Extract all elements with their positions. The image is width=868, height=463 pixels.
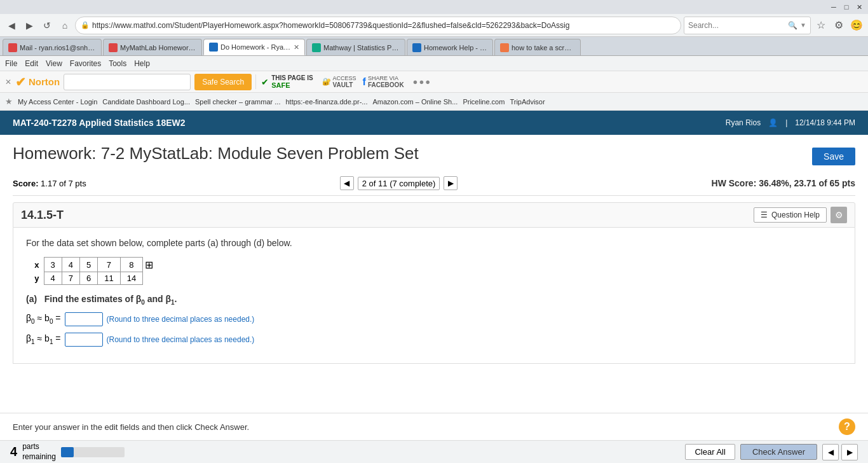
access-vault-btn[interactable]: 🔐 ACCESS VAULT [322, 75, 356, 88]
tab-label-hwhelp: Homework Help - Q&A from ... [424, 44, 487, 52]
menu-tools[interactable]: Tools [109, 59, 126, 68]
tab-dohomework[interactable]: Do Homework - Ryan Rios ... ✕ [203, 39, 305, 55]
question-help-btn[interactable]: ☰ Question Help [754, 207, 827, 223]
beta0-input[interactable] [65, 312, 103, 326]
tab-label-mail: Mail - ryan.rios1@snhu.edu [20, 44, 96, 52]
page-header: MAT-240-T2278 Applied Statistics 18EW2 R… [0, 111, 868, 135]
address-input[interactable] [92, 21, 675, 30]
beta1-row: β1 ≈ b1 = (Round to three decimal places… [26, 333, 842, 347]
x-val-2: 5 [79, 258, 97, 272]
bookmark-spell-checker[interactable]: Spell checker – grammar ... [195, 98, 281, 106]
y-val-4: 14 [120, 272, 142, 285]
tab-hwhelp[interactable]: Homework Help - Q&A from ... [407, 39, 493, 55]
tab-mathway[interactable]: Mathway | Statistics Problem S... [306, 39, 405, 55]
facebook-icon: f [363, 76, 366, 88]
score-nav: ◀ 2 of 11 (7 complete) ▶ [340, 176, 458, 190]
norton-search-input[interactable] [64, 74, 191, 90]
beta1-label: β1 ≈ b1 = [26, 333, 61, 345]
norton-checkmark-icon: ✔ [15, 74, 26, 90]
menu-favorites[interactable]: Favorites [70, 59, 101, 68]
maximize-btn[interactable]: □ [841, 2, 851, 12]
data-table: x 3 4 5 7 8 ⊞ y 4 7 6 11 14 [26, 257, 161, 285]
share-facebook-btn[interactable]: f SHARE VIA FACEBOOK [363, 75, 404, 88]
tab-label-mathway: Mathway | Statistics Problem S... [323, 44, 400, 52]
question-text: For the data set shown below, complete p… [26, 238, 842, 248]
home-btn[interactable]: ⌂ [57, 18, 72, 33]
hw-title: Homework: 7-2 MyStatLab: Module Seven Pr… [13, 144, 419, 163]
title-bar: ─ □ ✕ [0, 0, 868, 14]
access-label: ACCESS [333, 75, 356, 81]
score-row: Score: 1.17 of 7 pts ◀ 2 of 11 (7 comple… [13, 176, 855, 196]
x-val-4: 8 [120, 258, 142, 272]
hw-score-label: HW Score: [712, 178, 757, 188]
question-header: 14.1.5-T ☰ Question Help ⚙ [13, 202, 855, 228]
refresh-btn[interactable]: ↺ [39, 18, 55, 33]
header-right: Ryan Rios 👤 | 12/14/18 9:44 PM [726, 118, 855, 127]
bookmark-candidate-dashboard[interactable]: Candidate Dashboard Log... [102, 98, 190, 106]
beta0-row: β0 ≈ b0 = (Round to three decimal places… [26, 312, 842, 326]
tab-close-icon[interactable]: ✕ [294, 43, 299, 52]
bookmark-finanza[interactable]: https:-ee-finanza.dde.pr-... [285, 98, 367, 106]
question-help-label: Question Help [771, 211, 820, 219]
x-val-1: 4 [62, 258, 79, 272]
score-label: Score: [13, 179, 38, 188]
header-datetime: 12/14/18 9:44 PM [795, 118, 855, 127]
tab-screenshot[interactable]: how to take a screenshot on c... [494, 39, 581, 55]
beta0-hint: (Round to three decimal places as needed… [107, 315, 255, 324]
menu-view[interactable]: View [46, 59, 62, 68]
menu-edit[interactable]: Edit [25, 59, 38, 68]
next-question-btn[interactable]: ▶ [444, 176, 458, 190]
x-val-3: 7 [98, 258, 120, 272]
question-body: For the data set shown below, complete p… [13, 228, 855, 364]
chevron-down-icon[interactable]: ▼ [800, 22, 806, 29]
part-a-label: (a) Find the estimates of β0 and β1. [26, 294, 842, 306]
gear-settings-btn[interactable]: ⚙ [831, 207, 847, 223]
star-icon[interactable]: ☆ [813, 18, 829, 33]
facebook-label: FACEBOOK [368, 81, 404, 88]
tab-mymathlab[interactable]: MyMathLab Homework - MAT... [103, 39, 202, 55]
save-button[interactable]: Save [812, 148, 855, 165]
back-btn[interactable]: ◀ [4, 18, 19, 33]
tab-mail[interactable]: Mail - ryan.rios1@snhu.edu [3, 39, 102, 55]
vault-icon: 🔐 [322, 78, 331, 86]
beta1-input[interactable] [65, 333, 103, 347]
expand-icon[interactable]: ⊞ [143, 258, 161, 272]
norton-name: Norton [29, 76, 60, 87]
y-val-3: 11 [98, 272, 120, 285]
y-val-2: 6 [79, 272, 97, 285]
gear-icon[interactable]: ⚙ [831, 18, 846, 33]
address-bar: ◀ ▶ ↺ ⌂ 🔒 🔍 ▼ ☆ ⚙ 😊 [0, 14, 868, 37]
prev-question-btn[interactable]: ◀ [340, 176, 354, 190]
page-safe-value: SAFE [271, 81, 313, 89]
search-input[interactable] [688, 21, 785, 30]
bookmark-amazon[interactable]: Amazon.com – Online Sh... [372, 98, 458, 106]
norton-toolbar: ✕ ✔ Norton Safe Search ✔ THIS PAGE IS SA… [0, 71, 868, 93]
tab-label-dohomework: Do Homework - Ryan Rios ... [220, 43, 291, 51]
norton-more-dots[interactable]: ●●● [413, 77, 432, 86]
list-icon: ☰ [761, 211, 768, 219]
menu-help[interactable]: Help [134, 59, 150, 68]
bookmarks-bar: ★ My Access Center - Login Candidate Das… [0, 93, 868, 111]
norton-logo: ✔ Norton [15, 74, 60, 90]
norton-actions: 🔐 ACCESS VAULT f SHARE VIA FACEBOOK [322, 75, 404, 88]
x-val-0: 3 [44, 258, 62, 272]
close-btn[interactable]: ✕ [854, 2, 864, 12]
forward-btn[interactable]: ▶ [22, 18, 37, 33]
course-title: MAT-240-T2278 Applied Statistics 18EW2 [13, 118, 186, 128]
beta1-hint: (Round to three decimal places as needed… [107, 335, 255, 344]
safe-search-btn[interactable]: Safe Search [194, 74, 252, 90]
menu-bar: File Edit View Favorites Tools Help [0, 56, 868, 71]
tab-label-screenshot: how to take a screenshot on c... [512, 44, 575, 52]
bookmark-access-center[interactable]: My Access Center - Login [18, 98, 97, 106]
search-icon: 🔍 [788, 21, 797, 30]
menu-file[interactable]: File [5, 59, 17, 68]
main-content: Homework: 7-2 MyStatLab: Module Seven Pr… [0, 135, 868, 364]
hw-score-section: HW Score: 36.48%, 23.71 of 65 pts [712, 178, 855, 188]
bookmark-tripadvisor[interactable]: TripAdvisor [510, 98, 545, 106]
question-nav-dropdown[interactable]: 2 of 11 (7 complete) [358, 177, 440, 190]
y-label: y [26, 272, 44, 285]
bookmark-priceline[interactable]: Priceline.com [463, 98, 505, 106]
user-icon[interactable]: 😊 [849, 18, 864, 33]
norton-close-icon[interactable]: ✕ [5, 78, 11, 86]
minimize-btn[interactable]: ─ [829, 2, 839, 12]
